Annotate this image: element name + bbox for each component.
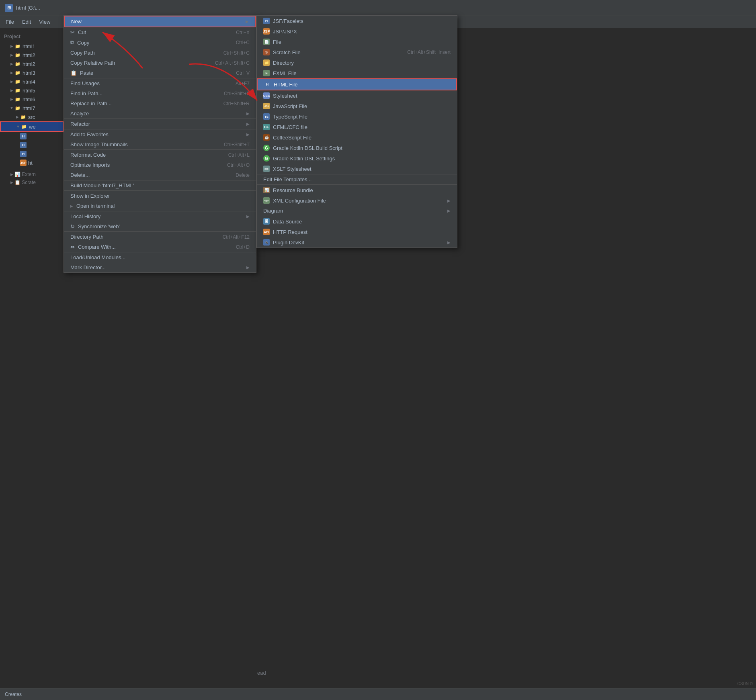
folder-icon: 📁 [14, 52, 21, 58]
menu-item-dir-path[interactable]: Directory Path Ctrl+Alt+F12 [64, 232, 256, 242]
rb-icon: 📊 [263, 187, 270, 193]
menu-item-delete[interactable]: Delete... Delete [64, 170, 256, 180]
menu-item-coffeescript[interactable]: ☕ CoffeeScript File [257, 132, 457, 143]
menu-item-find-in-path[interactable]: Find in Path... Ctrl+Shift+F [64, 88, 256, 98]
jsf-icon: H [263, 18, 270, 24]
mark-dir-submenu-arrow: ▶ [246, 265, 250, 270]
menu-item-cfml[interactable]: CF CFML/CFC file [257, 122, 457, 132]
menu-item-mark-dir[interactable]: Mark Director... ▶ [64, 262, 256, 272]
menu-item-typescript[interactable]: TS TypeScript File [257, 111, 457, 122]
folder-icon: 📁 [14, 105, 21, 111]
sidebar-item-file-h2[interactable]: H [0, 141, 64, 149]
menu-item-stylesheet[interactable]: CSS Stylesheet [257, 90, 457, 101]
folder-icon: 📁 [14, 61, 21, 67]
menu-item-file[interactable]: 📄 File [257, 37, 457, 47]
sidebar-item-web[interactable]: ▼ 📁 we [0, 121, 64, 132]
menu-item-open-terminal[interactable]: ▸ Open in terminal [64, 201, 256, 211]
menu-item-find-usages[interactable]: Find Usages Alt+F7 [64, 78, 256, 88]
sidebar-item-file-jsp[interactable]: JSP ht [0, 158, 64, 167]
sidebar-item-external[interactable]: ▶ 📊 Extern [0, 170, 64, 178]
menu-item-paste[interactable]: 📋 Paste Ctrl+V [64, 68, 256, 78]
refactor-submenu-arrow: ▶ [246, 122, 250, 126]
menu-item-local-history[interactable]: Local History ▶ [64, 211, 256, 221]
menu-item-edit-templates[interactable]: Edit File Templates... [257, 174, 457, 184]
menu-item-load-modules[interactable]: Load/Unload Modules... [64, 252, 256, 262]
reformat-shortcut: Ctrl+Alt+L [228, 152, 250, 158]
menu-item-resource-bundle[interactable]: 📊 Resource Bundle [257, 185, 457, 195]
menu-item-new[interactable]: New ▶ [64, 16, 256, 27]
menu-item-refactor[interactable]: Refactor ▶ [64, 119, 256, 129]
sidebar-item-src[interactable]: ▶ 📁 src [0, 113, 64, 121]
menu-item-gradle-settings[interactable]: G Gradle Kotlin DSL Settings [257, 153, 457, 164]
analyze-submenu-arrow: ▶ [246, 111, 250, 116]
diagram-submenu-arrow: ▶ [447, 209, 451, 213]
js-icon: JS [263, 103, 270, 109]
menu-item-analyze[interactable]: Analyze ▶ [64, 108, 256, 119]
file-icon: 📄 [263, 39, 270, 45]
status-text: Creates [5, 692, 22, 697]
db-icon: 🗄 [263, 218, 270, 225]
menu-item-diagram[interactable]: Diagram ▶ [257, 206, 457, 216]
menu-item-javascript[interactable]: JS JavaScript File [257, 101, 457, 111]
folder-icon: 📁 [14, 96, 21, 102]
collapse-arrow: ▶ [14, 114, 20, 120]
collapse-arrow: ▶ [9, 172, 14, 177]
menu-item-html[interactable]: H HTML File [257, 78, 457, 90]
sidebar-item-html5[interactable]: ▶ 📁 html5 [0, 86, 64, 95]
directory-icon: 📁 [263, 59, 270, 66]
menu-item-jsp[interactable]: JSP JSP/JSPX [257, 26, 457, 37]
sidebar-item-html6[interactable]: ▶ 📁 html6 [0, 95, 64, 104]
menu-item-compare-with[interactable]: ⇔ Compare With... Ctrl+D [64, 242, 256, 252]
menu-item-http-request[interactable]: API HTTP Request [257, 227, 457, 237]
collapse-arrow: ▶ [9, 180, 14, 185]
menu-item-cut[interactable]: ✂ Cut Ctrl+X [64, 27, 256, 37]
dir-path-shortcut: Ctrl+Alt+F12 [223, 234, 250, 240]
menu-item-show-thumbnails[interactable]: Show Image Thumbnails Ctrl+Shift+T [64, 139, 256, 149]
menu-item-xml-config[interactable]: </> XML Configuration File ▶ [257, 195, 457, 206]
menu-item-reformat[interactable]: Reformat Code Ctrl+Alt+L [64, 150, 256, 160]
menu-item-add-favorites[interactable]: Add to Favorites ▶ [64, 129, 256, 139]
sidebar-item-scratch[interactable]: ▶ 📋 Scrate [0, 178, 64, 186]
find-usages-shortcut: Alt+F7 [236, 81, 250, 86]
folder-icon: 📁 [14, 43, 21, 49]
menu-edit[interactable]: Edit [18, 17, 35, 27]
sidebar-item-html1[interactable]: ▶ 📁 html1 [0, 42, 64, 51]
menu-item-replace-in-path[interactable]: Replace in Path... Ctrl+Shift+R [64, 98, 256, 108]
favorites-submenu-arrow: ▶ [246, 132, 250, 137]
menu-item-data-source[interactable]: 🗄 Data Source [257, 216, 457, 227]
menu-item-scratch[interactable]: S Scratch File Ctrl+Alt+Shift+Insert [257, 47, 457, 57]
sidebar-item-html2a[interactable]: ▶ 📁 html2 [0, 51, 64, 59]
collapse-arrow: ▶ [9, 43, 14, 49]
submenu-arrow-icon: ▶ [246, 19, 249, 24]
html-file-icon: H [20, 151, 27, 157]
menu-item-optimize[interactable]: Optimize Imports Ctrl+Alt+O [64, 160, 256, 170]
menu-item-directory[interactable]: 📁 Directory [257, 57, 457, 68]
menu-item-build-module[interactable]: Build Module 'html7_HTML' [64, 180, 256, 190]
gradle-settings-icon: G [263, 155, 270, 162]
plugin-submenu-arrow: ▶ [447, 240, 451, 245]
sidebar-item-file-h1[interactable]: H [0, 132, 64, 141]
sidebar-item-html3[interactable]: ▶ 📁 html3 [0, 68, 64, 77]
menu-item-fxml[interactable]: F FXML File [257, 68, 457, 78]
menu-item-synchronize[interactable]: ↻ Synchronize 'web' [64, 221, 256, 231]
menu-item-show-explorer[interactable]: Show in Explorer [64, 191, 256, 201]
folder-icon: 📁 [20, 114, 27, 120]
sidebar-item-html4[interactable]: ▶ 📁 html4 [0, 77, 64, 86]
ts-icon: TS [263, 113, 270, 120]
menu-item-xslt[interactable]: </> XSLT Stylesheet [257, 164, 457, 174]
menu-item-plugin-devkit[interactable]: 🔌 Plugin DevKit ▶ [257, 237, 457, 248]
sidebar-item-file-h3[interactable]: H [0, 149, 64, 158]
fxml-icon: F [263, 70, 270, 76]
folder-icon: 📁 [14, 87, 21, 94]
menu-item-gradle-build[interactable]: G Gradle Kotlin DSL Build Script [257, 143, 457, 153]
sidebar-item-html7[interactable]: ▼ 📁 html7 [0, 104, 64, 113]
menu-item-copy[interactable]: ⧉ Copy Ctrl+C [64, 37, 256, 48]
menu-file[interactable]: File [2, 17, 18, 27]
folder-icon: 📁 [21, 123, 27, 130]
menu-item-jsf[interactable]: H JSF/Facelets [257, 16, 457, 26]
sidebar-item-html2b[interactable]: ▶ 📁 html2 [0, 59, 64, 68]
menu-view[interactable]: View [35, 17, 54, 27]
menu-item-copy-path[interactable]: Copy Path Ctrl+Shift+C [64, 48, 256, 58]
menu-item-copy-rel-path[interactable]: Copy Relative Path Ctrl+Alt+Shift+C [64, 58, 256, 68]
xml-icon: </> [263, 197, 270, 204]
